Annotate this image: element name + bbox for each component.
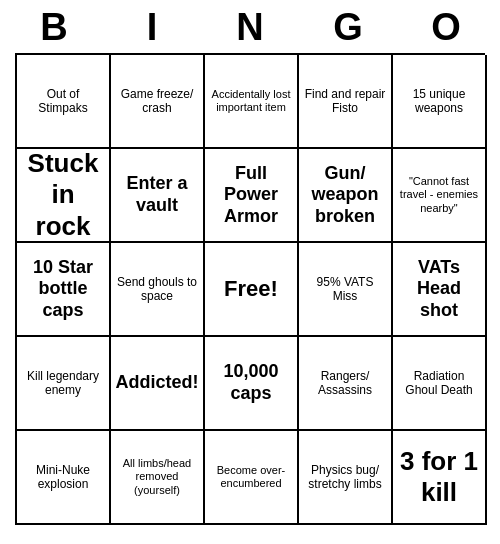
letter-g: G	[304, 6, 392, 49]
cell-20[interactable]: Mini-Nuke explosion	[17, 431, 111, 525]
cell-13[interactable]: 95% VATS Miss	[299, 243, 393, 337]
cell-4[interactable]: 15 unique weapons	[393, 55, 487, 149]
bingo-title: B I N G O	[5, 0, 495, 53]
letter-n: N	[206, 6, 294, 49]
cell-21[interactable]: All limbs/head removed (yourself)	[111, 431, 205, 525]
cell-14[interactable]: VATs Head shot	[393, 243, 487, 337]
cell-16[interactable]: Addicted!	[111, 337, 205, 431]
letter-b: B	[10, 6, 98, 49]
letter-i: I	[108, 6, 196, 49]
cell-18[interactable]: Rangers/ Assassins	[299, 337, 393, 431]
cell-0[interactable]: Out of Stimpaks	[17, 55, 111, 149]
cell-9[interactable]: "Cannot fast travel - enemies nearby"	[393, 149, 487, 243]
cell-22[interactable]: Become over-encumbered	[205, 431, 299, 525]
letter-o: O	[402, 6, 490, 49]
cell-6[interactable]: Enter a vault	[111, 149, 205, 243]
cell-3[interactable]: Find and repair Fisto	[299, 55, 393, 149]
cell-5[interactable]: Stuck in rock	[17, 149, 111, 243]
cell-17[interactable]: 10,000 caps	[205, 337, 299, 431]
cell-11[interactable]: Send ghouls to space	[111, 243, 205, 337]
cell-15[interactable]: Kill legendary enemy	[17, 337, 111, 431]
cell-1[interactable]: Game freeze/ crash	[111, 55, 205, 149]
cell-free[interactable]: Free!	[205, 243, 299, 337]
cell-10[interactable]: 10 Star bottle caps	[17, 243, 111, 337]
cell-7[interactable]: Full Power Armor	[205, 149, 299, 243]
cell-24[interactable]: 3 for 1 kill	[393, 431, 487, 525]
cell-23[interactable]: Physics bug/ stretchy limbs	[299, 431, 393, 525]
cell-8[interactable]: Gun/ weapon broken	[299, 149, 393, 243]
cell-19[interactable]: Radiation Ghoul Death	[393, 337, 487, 431]
cell-2[interactable]: Accidentally lost important item	[205, 55, 299, 149]
bingo-grid: Out of Stimpaks Game freeze/ crash Accid…	[15, 53, 485, 525]
